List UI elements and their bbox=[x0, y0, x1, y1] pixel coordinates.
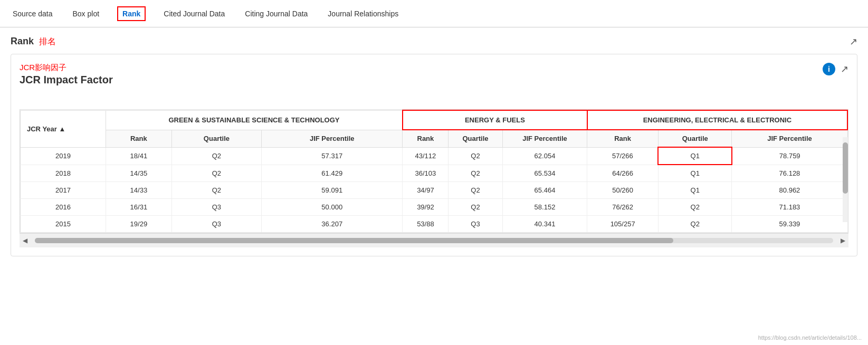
table-body: 201918/41Q257.31743/112Q262.05457/266Q17… bbox=[21, 147, 848, 233]
year-cell: 2015 bbox=[21, 216, 106, 233]
elec-quartile-cell: Q1 bbox=[658, 165, 731, 182]
scroll-right-arrow[interactable]: ▶ bbox=[837, 236, 848, 245]
nav-citing-journal[interactable]: Citing Journal Data bbox=[243, 1, 310, 26]
page-title: Rank bbox=[11, 36, 34, 47]
energy-rank-cell: 34/97 bbox=[403, 182, 449, 199]
green-rank-cell: 14/35 bbox=[106, 165, 171, 182]
nav-box-plot[interactable]: Box plot bbox=[71, 1, 102, 26]
page-expand-icon[interactable]: ↗ bbox=[850, 36, 857, 47]
elec-rank-cell: 64/266 bbox=[587, 165, 659, 182]
green-jif-cell: 61.429 bbox=[262, 165, 403, 182]
page-content: Rank 排名 ↗ JCR影响因子 JCR Impact Factor i ↗ … bbox=[0, 27, 868, 265]
green-quartile-cell: Q2 bbox=[171, 182, 261, 199]
elec-quartile-cell: Q1 bbox=[658, 182, 731, 199]
card-header-right: i ↗ bbox=[823, 63, 848, 75]
elec-jif-cell: 76.128 bbox=[732, 165, 847, 182]
table-wrapper[interactable]: JCR Year ▲ GREEN & SUSTAINABLE SCIENCE &… bbox=[20, 109, 848, 233]
year-cell: 2016 bbox=[21, 199, 106, 216]
green-jif-cell: 50.000 bbox=[262, 199, 403, 216]
scroll-track[interactable] bbox=[35, 238, 833, 243]
card-expand-icon[interactable]: ↗ bbox=[841, 63, 848, 75]
green-quartile-cell: Q2 bbox=[171, 165, 261, 182]
energy-jif-cell: 62.054 bbox=[502, 147, 587, 165]
info-icon[interactable]: i bbox=[823, 63, 835, 75]
card-title: JCR Impact Factor bbox=[20, 74, 113, 86]
page-header-left: Rank 排名 bbox=[11, 36, 56, 47]
jcr-year-header[interactable]: JCR Year ▲ bbox=[21, 110, 106, 147]
page-header: Rank 排名 ↗ bbox=[11, 36, 857, 47]
vertical-scroll-thumb bbox=[843, 142, 848, 194]
elec-rank-cell: 105/257 bbox=[587, 216, 659, 233]
jcr-impact-card: JCR影响因子 JCR Impact Factor i ↗ 能源领域 电气领域 … bbox=[11, 54, 857, 256]
green-rank-cell: 18/41 bbox=[106, 147, 171, 165]
energy-jif-cell: 65.464 bbox=[502, 182, 587, 199]
energy-rank-cell: 43/112 bbox=[403, 147, 449, 165]
energy-jif-cell: 65.534 bbox=[502, 165, 587, 182]
elec-quartile-cell: Q2 bbox=[658, 199, 731, 216]
col-group-energy: ENERGY & FUELS bbox=[403, 110, 587, 130]
elec-rank-cell: 50/260 bbox=[587, 182, 659, 199]
energy-rank-cell: 39/92 bbox=[403, 199, 449, 216]
year-cell: 2017 bbox=[21, 182, 106, 199]
energy-jif-cell: 40.341 bbox=[502, 216, 587, 233]
col-group-header-row: JCR Year ▲ GREEN & SUSTAINABLE SCIENCE &… bbox=[21, 110, 848, 130]
vertical-scrollbar[interactable] bbox=[843, 137, 848, 222]
elec-rank-cell: 57/266 bbox=[587, 147, 659, 165]
year-cell: 2018 bbox=[21, 165, 106, 182]
nav-cited-journal[interactable]: Cited Journal Data bbox=[161, 1, 227, 26]
green-rank-cell: 16/31 bbox=[106, 199, 171, 216]
table-row: 201714/33Q259.09134/97Q265.46450/260Q180… bbox=[21, 182, 848, 199]
elec-quartile-cell: Q1 bbox=[658, 147, 731, 165]
green-rank-cell: 19/29 bbox=[106, 216, 171, 233]
green-jif-cell: 57.317 bbox=[262, 147, 403, 165]
energy-jif-header: JIF Percentile bbox=[502, 130, 587, 147]
elec-jif-cell: 80.962 bbox=[732, 182, 847, 199]
table-row: 201616/31Q350.00039/92Q258.15276/262Q271… bbox=[21, 199, 848, 216]
card-title-area: JCR影响因子 JCR Impact Factor bbox=[20, 63, 113, 86]
green-jif-cell: 36.207 bbox=[262, 216, 403, 233]
energy-quartile-cell: Q2 bbox=[449, 199, 502, 216]
green-rank-cell: 14/33 bbox=[106, 182, 171, 199]
table-row: 201918/41Q257.31743/112Q262.05457/266Q17… bbox=[21, 147, 848, 165]
energy-quartile-cell: Q2 bbox=[449, 147, 502, 165]
scroll-thumb bbox=[35, 238, 673, 243]
nav-source-data[interactable]: Source data bbox=[11, 1, 55, 26]
green-jif-header: JIF Percentile bbox=[262, 130, 403, 147]
col-group-electrical: ENGINEERING, ELECTRICAL & ELECTRONIC bbox=[587, 110, 847, 130]
green-rank-header: Rank bbox=[106, 130, 171, 147]
elec-jif-cell: 71.183 bbox=[732, 199, 847, 216]
card-header: JCR影响因子 JCR Impact Factor i ↗ bbox=[20, 63, 848, 86]
col-group-green: GREEN & SUSTAINABLE SCIENCE & TECHNOLOGY bbox=[106, 110, 403, 130]
green-quartile-header: Quartile bbox=[171, 130, 261, 147]
elec-quartile-cell: Q2 bbox=[658, 216, 731, 233]
energy-quartile-header: Quartile bbox=[449, 130, 502, 147]
jcr-table: JCR Year ▲ GREEN & SUSTAINABLE SCIENCE &… bbox=[20, 110, 848, 233]
table-row: 201814/35Q261.42936/103Q265.53464/266Q17… bbox=[21, 165, 848, 182]
horizontal-scrollbar-area[interactable]: ◀ ▶ bbox=[20, 233, 848, 247]
elec-rank-cell: 76/262 bbox=[587, 199, 659, 216]
nav-journal-relationships[interactable]: Journal Relationships bbox=[326, 1, 400, 26]
energy-jif-cell: 58.152 bbox=[502, 199, 587, 216]
energy-quartile-cell: Q2 bbox=[449, 165, 502, 182]
card-title-cn: JCR影响因子 bbox=[20, 63, 113, 73]
elec-jif-header: JIF Percentile bbox=[732, 130, 847, 147]
energy-quartile-cell: Q2 bbox=[449, 182, 502, 199]
sub-header-row: Rank Quartile JIF Percentile Rank Quarti… bbox=[21, 130, 848, 147]
green-jif-cell: 59.091 bbox=[262, 182, 403, 199]
year-cell: 2019 bbox=[21, 147, 106, 165]
energy-quartile-cell: Q3 bbox=[449, 216, 502, 233]
nav-rank[interactable]: Rank bbox=[117, 6, 146, 21]
energy-rank-cell: 53/88 bbox=[403, 216, 449, 233]
energy-rank-cell: 36/103 bbox=[403, 165, 449, 182]
elec-quartile-header: Quartile bbox=[658, 130, 731, 147]
energy-rank-header: Rank bbox=[403, 130, 449, 147]
green-quartile-cell: Q3 bbox=[171, 199, 261, 216]
page-title-cn: 排名 bbox=[39, 36, 56, 47]
elec-jif-cell: 78.759 bbox=[732, 147, 847, 165]
elec-jif-cell: 59.339 bbox=[732, 216, 847, 233]
elec-rank-header: Rank bbox=[587, 130, 659, 147]
top-nav: Source data Box plot Rank Cited Journal … bbox=[0, 0, 868, 27]
scroll-left-arrow[interactable]: ◀ bbox=[20, 236, 31, 245]
green-quartile-cell: Q3 bbox=[171, 216, 261, 233]
table-row: 201519/29Q336.20753/88Q340.341105/257Q25… bbox=[21, 216, 848, 233]
